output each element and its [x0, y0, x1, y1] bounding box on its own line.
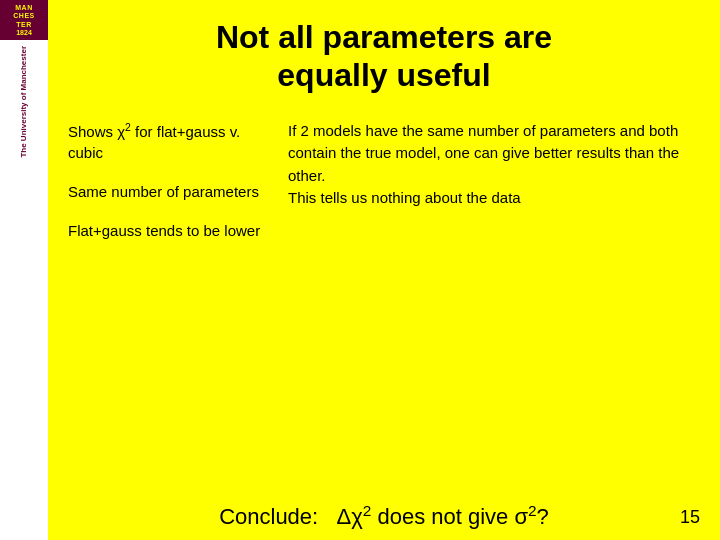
logo-text: MAN CHES TER	[2, 4, 46, 29]
bullet-item-3: Flat+gauss tends to be lower	[68, 220, 268, 241]
left-column: Shows χ2 for flat+gauss v. cubic Same nu…	[68, 115, 268, 241]
sidebar-logo: MAN CHES TER 1824 The University of Manc…	[0, 0, 48, 540]
logo-box: MAN CHES TER 1824	[0, 0, 48, 40]
logo-year: 1824	[2, 29, 46, 36]
page-title: Not all parameters are equally useful	[68, 18, 700, 95]
main-content: Not all parameters are equally useful Sh…	[48, 0, 720, 540]
conclusion-bar: Conclude: Δχ2 does not give σ2?	[48, 502, 720, 530]
title-line2: equally useful	[68, 56, 700, 94]
title-line1: Not all parameters are	[68, 18, 700, 56]
logo-side-text: The University of Manchester	[19, 46, 29, 158]
right-column: If 2 models have the same number of para…	[288, 115, 700, 241]
bullet-item-1: Shows χ2 for flat+gauss v. cubic	[68, 120, 268, 163]
conclusion-text: Conclude: Δχ2 does not give σ2?	[219, 504, 549, 529]
right-text: If 2 models have the same number of para…	[288, 122, 679, 207]
bullet-item-2: Same number of parameters	[68, 181, 268, 202]
body-area: Shows χ2 for flat+gauss v. cubic Same nu…	[68, 115, 700, 241]
page-number: 15	[680, 507, 700, 528]
